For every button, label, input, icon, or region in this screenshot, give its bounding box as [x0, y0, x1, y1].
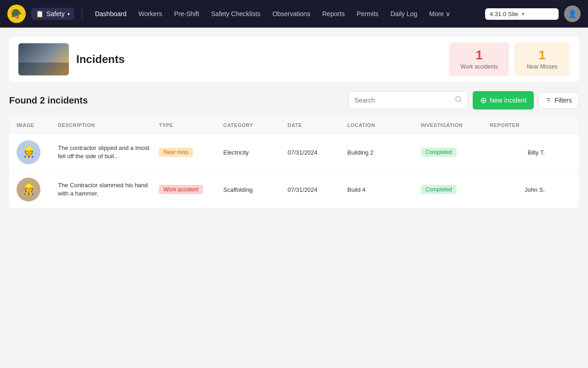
table-header: IMAGE DESCRIPTION TYPE CATEGORY DATE LOC…: [9, 117, 579, 134]
col-header-category: CATEGORY: [223, 122, 288, 128]
plus-icon: ⊕: [480, 95, 487, 105]
app-logo[interactable]: 🪖: [7, 5, 26, 23]
nav-divider: [82, 7, 82, 21]
page-content: Incidents 1 Work accidents 1 Near Misses…: [0, 28, 588, 368]
chevron-down-icon: ▾: [522, 11, 525, 17]
new-incident-label: New incident: [490, 97, 526, 104]
row-date: 07/31/2024: [288, 149, 347, 156]
col-header-location: LOCATION: [347, 122, 421, 128]
filters-button[interactable]: Filters: [538, 92, 579, 109]
safety-icon: 📋: [36, 10, 44, 17]
nav-link-preshift[interactable]: Pre-Shift: [169, 7, 204, 20]
nav-link-dashboard[interactable]: Dashboard: [90, 7, 132, 20]
found-count-text: Found 2 incidents: [9, 95, 88, 106]
row-description: The Contractor slammed his hand with a h…: [58, 181, 159, 198]
chevron-down-icon: ▾: [68, 12, 70, 17]
row-investigation: Completed: [421, 185, 490, 194]
row-date: 07/31/2024: [288, 186, 347, 193]
site-label: 4.31.0 Site: [490, 11, 518, 17]
row-description: The contractor slipped and a lmost fell …: [58, 144, 159, 161]
safety-label: Safety: [46, 10, 65, 17]
row-type: Work accident: [159, 185, 223, 194]
row-reporter: Billy T.: [490, 149, 545, 156]
investigation-badge: Completed: [421, 185, 457, 194]
work-accidents-count: 1: [460, 49, 498, 62]
col-header-type: TYPE: [159, 122, 223, 128]
incidents-hero-image: [18, 43, 69, 75]
svg-point-0: [456, 97, 461, 102]
nav-link-observations[interactable]: Observations: [267, 7, 316, 20]
row-image: 👷: [17, 178, 40, 201]
work-accidents-label: Work accidents: [460, 63, 498, 70]
page-title: Incidents: [76, 53, 442, 66]
navbar: 🪖 📋 Safety ▾ Dashboard Workers Pre-Shift…: [0, 0, 588, 28]
table-row[interactable]: 👷 The Contractor slammed his hand with a…: [9, 171, 579, 208]
row-location: Build 4: [347, 186, 421, 193]
toolbar: Found 2 incidents ⊕ New incident: [9, 91, 579, 109]
work-accidents-stat[interactable]: 1 Work accidents: [449, 42, 509, 76]
toolbar-right: ⊕ New incident Filters: [349, 91, 579, 109]
row-category: Scaffolding: [223, 186, 288, 193]
search-icon: [455, 96, 462, 105]
row-location: Building 2: [347, 149, 421, 156]
row-type: Near miss: [159, 148, 223, 157]
filter-icon: [545, 97, 552, 104]
col-header-description: DESCRIPTION: [58, 122, 159, 128]
nav-link-reports[interactable]: Reports: [317, 7, 350, 20]
near-misses-count: 1: [526, 49, 559, 62]
incidents-header-card: Incidents 1 Work accidents 1 Near Misses: [9, 37, 579, 82]
near-misses-stat[interactable]: 1 Near Misses: [514, 42, 570, 76]
table-row[interactable]: 👷 The contractor slipped and a lmost fel…: [9, 134, 579, 171]
col-header-date: DATE: [288, 122, 347, 128]
avatar: 👷: [17, 140, 40, 164]
investigation-badge: Completed: [421, 148, 457, 157]
filters-label: Filters: [554, 97, 572, 104]
col-header-reporter: REPORTER: [490, 122, 545, 128]
near-misses-label: Near Misses: [526, 63, 559, 70]
row-image: 👷: [17, 140, 40, 164]
type-badge: Work accident: [159, 185, 203, 194]
search-input[interactable]: [355, 97, 451, 104]
new-incident-button[interactable]: ⊕ New incident: [473, 91, 534, 109]
row-reporter: John S.: [490, 186, 545, 193]
nav-link-permits[interactable]: Permits: [351, 7, 384, 20]
user-avatar[interactable]: 👤: [564, 6, 581, 22]
svg-line-1: [460, 101, 461, 102]
nav-link-workers[interactable]: Workers: [133, 7, 168, 20]
nav-link-daily-log[interactable]: Daily Log: [385, 7, 423, 20]
avatar: 👷: [17, 178, 40, 201]
incidents-table: IMAGE DESCRIPTION TYPE CATEGORY DATE LOC…: [9, 117, 579, 208]
col-header-investigation: INVESTIGATION: [421, 122, 490, 128]
type-badge: Near miss: [159, 148, 193, 157]
nav-links: Dashboard Workers Pre-Shift Safety Check…: [90, 7, 480, 20]
col-header-image: IMAGE: [17, 122, 58, 128]
site-selector[interactable]: 4.31.0 Site ▾: [485, 8, 559, 20]
search-box[interactable]: [349, 92, 468, 109]
row-investigation: Completed: [421, 148, 490, 157]
stat-cards: 1 Work accidents 1 Near Misses: [449, 42, 570, 76]
safety-module-selector[interactable]: 📋 Safety ▾: [31, 8, 74, 20]
nav-link-more[interactable]: More ∨: [424, 7, 456, 20]
row-category: Electricity: [223, 149, 288, 156]
nav-link-safety-checklists[interactable]: Safety Checklists: [206, 7, 266, 20]
